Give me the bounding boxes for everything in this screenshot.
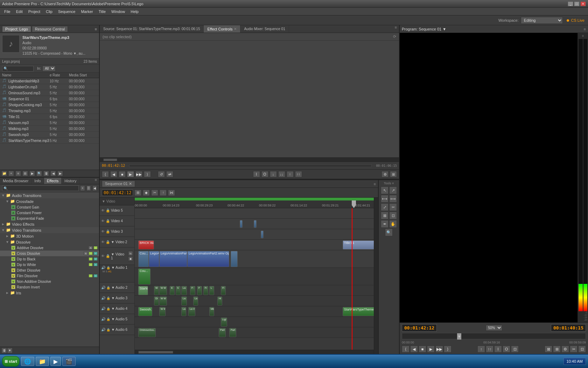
timeline-scrollbar-h[interactable] <box>135 350 374 354</box>
tab-effect-controls[interactable]: Effect Controls ✕ <box>204 25 240 33</box>
list-view-button[interactable]: ≡ <box>15 171 21 176</box>
clip-a2-wwv[interactable]: W W V <box>159 286 167 295</box>
tool-hand[interactable]: ✋ <box>389 220 397 228</box>
transport-in[interactable]: I <box>253 171 260 177</box>
prog-out[interactable]: O <box>503 346 510 353</box>
timeline-sequence-tab[interactable]: Sequence 01 ✕ <box>102 180 135 187</box>
clip-a3-la2[interactable]: La <box>193 297 198 306</box>
list-item[interactable]: 🎵 Vacuum.mp3 5 Hz 00:00:000 <box>0 120 99 126</box>
automate-button[interactable]: ▶ <box>29 171 35 176</box>
prog-lift[interactable]: ↑ <box>477 346 485 353</box>
eye-icon[interactable]: 👁 <box>101 240 105 244</box>
transport-step-back[interactable]: ⟨ <box>102 171 109 177</box>
taskbar-media[interactable]: ▶ <box>50 357 61 366</box>
folder-3d-motion[interactable]: ► 📁 3D Motion <box>0 233 99 239</box>
transport-insert[interactable]: ↓ <box>270 171 277 177</box>
prog-play[interactable]: ▶ <box>427 346 435 353</box>
prog-extract[interactable]: ↑↑ <box>486 346 493 353</box>
effect-non-additive-dissolve[interactable]: V Non-Additive Dissolve <box>0 279 99 284</box>
taskbar-explorer[interactable]: 📁 <box>36 357 49 366</box>
menu-clip[interactable]: Clip <box>43 9 55 14</box>
tool-select[interactable]: ↖ <box>381 186 388 194</box>
clip-lego-part1[interactable]: LegoAnimationPart1.wmv <box>159 251 187 267</box>
effects-search-input[interactable] <box>2 185 79 191</box>
tab-history[interactable]: History <box>62 178 79 184</box>
fullscreen-btn[interactable]: ⊞ <box>390 171 397 177</box>
transport-extract[interactable]: ↑↑ <box>295 171 302 177</box>
tool-rolling[interactable]: ⟺ <box>389 195 397 203</box>
list-item[interactable]: 📹 Sequence 01 6 fps 00:00:000 <box>0 96 99 102</box>
maximize-button[interactable]: □ <box>574 1 580 6</box>
timeline-menu[interactable]: ≡ <box>374 182 376 186</box>
clip-a2-w[interactable]: W <box>154 286 159 295</box>
taskbar-premiere[interactable]: 🎬 <box>62 357 76 366</box>
effect-dip-white[interactable]: V Dip to White 3 Y <box>0 262 99 267</box>
folder-iris[interactable]: ► 📁 Iris <box>0 290 99 296</box>
in-select[interactable]: All <box>42 66 56 71</box>
effect-dip-black[interactable]: V Dip to Black 3 Y <box>0 256 99 262</box>
clip-v1-end[interactable] <box>231 251 238 267</box>
transport-loop[interactable]: ↺ <box>158 171 165 177</box>
project-tab[interactable]: Project: Lego <box>2 26 31 32</box>
clip-a2-fi2[interactable]: Fi <box>221 286 226 295</box>
scrub-head[interactable]: ▼ <box>457 333 461 340</box>
effects-prev-button[interactable]: ◀ <box>92 185 97 191</box>
folder-video-effects[interactable]: ► 📁 Video Effects <box>0 221 99 227</box>
clip-starwars-theme-a4[interactable]: StarWarsTypeTheme.mp3 <box>343 307 374 316</box>
tool-ripple[interactable]: ⟷ <box>381 195 388 203</box>
zoom-select[interactable]: 50% <box>486 325 502 331</box>
tool-rate-stretch[interactable]: ⤢ <box>381 203 388 211</box>
cs-live[interactable]: ● CS Live <box>566 17 584 23</box>
clip-v4-1[interactable] <box>240 220 243 228</box>
settings-btn[interactable]: ⚙ <box>382 171 388 177</box>
clip-a3-di[interactable]: Di <box>154 297 159 306</box>
speaker-icon[interactable]: 🔊 <box>101 286 105 289</box>
scroll-thumb[interactable] <box>103 158 117 161</box>
effect-cross-dissolve[interactable]: V Cross Dissolve A 3 Y <box>0 251 99 256</box>
prev-button[interactable]: ◀ <box>50 171 56 176</box>
effect-exponential-fade[interactable]: A Exponential Fade <box>0 216 99 221</box>
lock-icon[interactable]: 🔒 <box>106 219 110 223</box>
expand-btn[interactable]: fx <box>128 251 133 256</box>
transport-prev-frame[interactable]: ◀ <box>110 171 117 177</box>
transport-overwrite[interactable]: ↓↓ <box>278 171 285 177</box>
tool-zoom[interactable]: 🔍 <box>385 229 393 236</box>
tab-info[interactable]: Info <box>31 178 44 184</box>
lock-icon[interactable]: 🔒 <box>106 209 110 212</box>
clip-a2-e[interactable]: E <box>170 286 175 295</box>
menu-window[interactable]: Window <box>108 9 128 14</box>
list-item[interactable]: 🎵 StarWarsTypeTheme.mp3 5 Hz 00:00:000 <box>0 138 99 144</box>
transport-lift[interactable]: ↑ <box>287 171 294 177</box>
eye-icon[interactable]: 👁 <box>101 230 105 233</box>
clip-lego-part2[interactable]: LegoAnimationPart2.wmv Opacity:Opacity ▼ <box>187 251 229 267</box>
menu-edit[interactable]: Edit <box>13 9 26 14</box>
source-timeline-bar[interactable] <box>129 164 372 167</box>
folder-audio-transitions[interactable]: ▼ 📁 Audio Transitions <box>0 192 99 198</box>
project-panel-close[interactable]: ≡ <box>95 27 97 31</box>
clip-a5-ligl[interactable]: LigI <box>221 318 227 327</box>
lock-icon[interactable]: 🔒 <box>106 286 110 289</box>
program-panel-menu[interactable]: ≡ <box>584 27 586 31</box>
clip-a4-mb[interactable]: Mb <box>209 307 214 316</box>
clip-a6-part1[interactable]: Part <box>219 328 226 337</box>
timeline-timecode[interactable]: 00:01:42:12 <box>102 190 133 196</box>
transport-step-fwd[interactable]: ⟩ <box>144 171 151 177</box>
timeline-scrollbar-v[interactable] <box>374 198 378 354</box>
tool-track-select[interactable]: ↗ <box>389 186 397 194</box>
lock-icon[interactable]: 🔒 <box>106 318 110 321</box>
speaker-icon[interactable]: 🔊 <box>101 266 105 270</box>
scroll-thumb-h[interactable] <box>138 351 173 354</box>
list-item[interactable]: 🎵 OminousSound.mp3 5 Hz 00:00:000 <box>0 90 99 96</box>
folder-dissolve[interactable]: ▼ 📁 Dissolve <box>0 239 99 245</box>
prog-output[interactable]: ⊞ <box>553 346 561 353</box>
prog-stop[interactable]: ■ <box>419 346 426 353</box>
clip-brickwars[interactable]: BRICK WARS <box>138 240 154 250</box>
minimize-button[interactable]: _ <box>568 1 573 6</box>
link-button[interactable]: ⋈ <box>168 190 175 196</box>
new-bin-button[interactable]: 📁 <box>1 171 7 176</box>
effects-delete-button[interactable]: 🗑 <box>1 348 7 353</box>
close-icon[interactable]: ✕ <box>234 27 237 31</box>
list-item[interactable]: 🎵 LightsaberdashMp3 10 Hz 00:00:000 <box>0 78 99 84</box>
list-item[interactable]: 🎵 Swoosh.mp3 5 Hz 00:00:000 <box>0 132 99 138</box>
taskbar-ie[interactable]: 🌐 <box>21 357 34 366</box>
